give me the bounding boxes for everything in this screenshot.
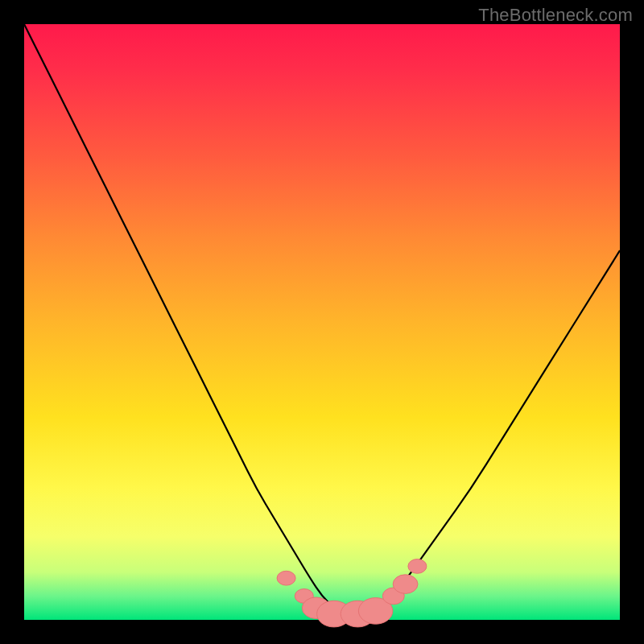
right-marker-2 <box>393 575 418 594</box>
bottleneck-curve-path <box>24 24 620 614</box>
watermark-text: TheBottleneck.com <box>478 5 633 26</box>
bottleneck-curve-svg <box>24 24 620 620</box>
chart-frame: TheBottleneck.com <box>0 0 644 644</box>
left-marker-1 <box>277 571 295 585</box>
right-marker-3 <box>408 559 427 574</box>
plot-area <box>24 24 620 620</box>
marker-group <box>277 559 427 627</box>
